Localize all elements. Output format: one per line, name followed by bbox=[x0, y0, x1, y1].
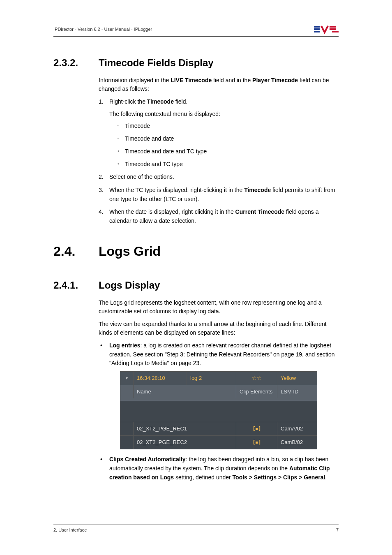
menu-option: Timecode bbox=[118, 122, 339, 130]
section-title: Logs Display bbox=[99, 280, 160, 291]
step-item: When the date is displayed, right-clicki… bbox=[99, 208, 339, 225]
text: : a log is created on each relevant reco… bbox=[109, 342, 335, 366]
table-row: ▾ 16:34:28:10 log 2 ☆☆ Yellow bbox=[120, 372, 317, 385]
lsm-cell: CamA/02 bbox=[277, 422, 317, 435]
page-header: IPDirector - Version 6.2 - User Manual -… bbox=[53, 25, 339, 37]
svg-rect-5 bbox=[332, 31, 339, 32]
header-spacer bbox=[120, 385, 134, 398]
footer-page-number: 7 bbox=[336, 527, 339, 532]
menu-option: Timecode and date and TC type bbox=[118, 147, 339, 156]
bold-text: Clips Created Automatically bbox=[109, 456, 185, 462]
svg-rect-2 bbox=[314, 31, 320, 32]
context-menu-list: Timecode Timecode and date Timecode and … bbox=[109, 122, 339, 169]
bullet-item: Log entries: a log is created on each re… bbox=[99, 341, 339, 450]
svg-rect-1 bbox=[314, 28, 320, 30]
table-header-row: Name Clip Elements LSM ID bbox=[120, 385, 317, 401]
text: When the date is displayed, right-clicki… bbox=[109, 208, 235, 215]
section-2-4-1-heading: 2.4.1. Logs Display bbox=[53, 280, 339, 291]
svg-rect-4 bbox=[330, 28, 336, 30]
clip-icon: [▪] bbox=[236, 436, 277, 449]
svg-rect-0 bbox=[314, 26, 320, 28]
bold-text: Player Timecode bbox=[252, 77, 298, 83]
evs-logo bbox=[314, 25, 339, 34]
column-header: Clip Elements bbox=[236, 385, 277, 398]
clip-icon: [▪] bbox=[236, 422, 277, 435]
section-2-4-1-body: The Logs grid represents the logsheet co… bbox=[99, 298, 339, 482]
table-row: 02_XT2_PGE_REC1 [▪] CamA/02 bbox=[120, 422, 317, 435]
paragraph: The view can be expanded thanks to a sma… bbox=[99, 320, 339, 337]
step-item: Select one of the options. bbox=[99, 173, 339, 182]
rating-cell: ☆☆ bbox=[236, 372, 277, 385]
page: IPDirector - Version 6.2 - User Manual -… bbox=[0, 0, 392, 555]
text: field and in the bbox=[212, 77, 252, 83]
bold-text: Log entries bbox=[109, 342, 140, 349]
steps-list: Right-click the Timecode field. The foll… bbox=[99, 97, 339, 226]
step-item: Right-click the Timecode field. The foll… bbox=[99, 97, 339, 169]
menu-option: Timecode and date bbox=[118, 134, 339, 143]
table-row: 02_XT2_PGE_REC2 [▪] CamB/02 bbox=[120, 435, 317, 449]
bold-text: Tools > Settings > Clips > General bbox=[233, 474, 325, 481]
paragraph: The Logs grid represents the logsheet co… bbox=[99, 298, 339, 316]
row-spacer bbox=[120, 422, 134, 435]
name-cell: 02_XT2_PGE_REC2 bbox=[134, 436, 236, 449]
section-number: 2.4. bbox=[53, 244, 99, 259]
section-title: Timecode Fields Display bbox=[99, 57, 214, 69]
text: setting, defined under bbox=[174, 474, 232, 481]
bold-text: Timecode bbox=[147, 98, 174, 105]
step-subtext: The following contextual menu is display… bbox=[109, 110, 339, 119]
column-header: Name bbox=[134, 385, 236, 398]
step-item: When the TC type is displayed, right-cli… bbox=[99, 186, 339, 204]
footer-section: 2. User Interface bbox=[53, 527, 87, 532]
bullet-list: Log entries: a log is created on each re… bbox=[99, 341, 339, 482]
color-cell: Yellow bbox=[277, 372, 317, 385]
header-breadcrumb: IPDirector - Version 6.2 - User Manual -… bbox=[53, 27, 152, 32]
bold-text: Timecode bbox=[244, 187, 271, 193]
page-footer: 2. User Interface 7 bbox=[53, 525, 339, 532]
bullet-item: Clips Created Automatically: the log has… bbox=[99, 455, 339, 482]
lsm-cell: CamB/02 bbox=[277, 436, 317, 449]
name-cell: 02_XT2_PGE_REC1 bbox=[134, 422, 236, 435]
text: field. bbox=[174, 98, 187, 105]
menu-option: Timecode and TC type bbox=[118, 160, 339, 169]
row-spacer bbox=[120, 436, 134, 449]
bold-text: LIVE Timecode bbox=[171, 77, 212, 83]
section-2-3-2-heading: 2.3.2. Timecode Fields Display bbox=[53, 57, 339, 69]
section-number: 2.3.2. bbox=[53, 57, 99, 69]
section-2-3-2-body: Information displayed in the LIVE Timeco… bbox=[99, 76, 339, 226]
svg-rect-3 bbox=[330, 26, 336, 28]
text: . bbox=[325, 474, 327, 481]
log-cell: log 2 bbox=[187, 372, 236, 385]
text: When the TC type is displayed, right-cli… bbox=[109, 187, 244, 193]
intro-paragraph: Information displayed in the LIVE Timeco… bbox=[99, 76, 339, 93]
section-title: Logs Grid bbox=[99, 244, 161, 259]
text: Information displayed in the bbox=[99, 77, 171, 83]
column-header: LSM ID bbox=[277, 385, 317, 398]
timecode-cell: 16:34:28:10 bbox=[134, 372, 187, 385]
logs-grid-table: ▾ 16:34:28:10 log 2 ☆☆ Yellow Name Clip … bbox=[120, 371, 317, 450]
bold-text: Current Timecode bbox=[235, 208, 285, 215]
text: Right-click the bbox=[109, 98, 147, 105]
section-2-4-heading: 2.4. Logs Grid bbox=[53, 244, 339, 259]
collapse-icon[interactable]: ▾ bbox=[120, 372, 134, 385]
section-number: 2.4.1. bbox=[53, 280, 99, 291]
